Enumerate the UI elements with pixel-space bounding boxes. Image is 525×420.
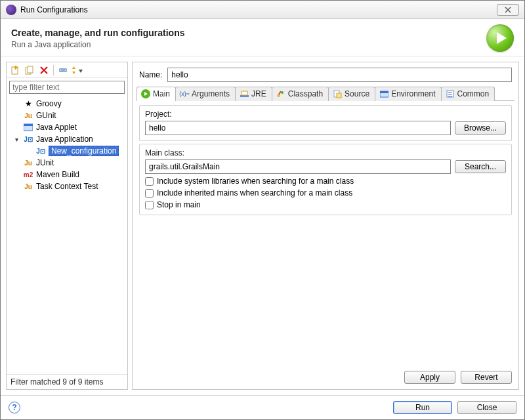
duplicate-config-button[interactable] [24,64,35,76]
eclipse-icon [6,5,16,15]
tab-main-body: Project: Browse... Main class: Search...… [133,101,518,366]
svg-rect-2 [14,67,18,68]
stop-in-main-check[interactable]: Stop in main [145,200,506,209]
config-tabs: Main (x)=Arguments JRE Classpath Source … [136,86,514,101]
tree-item-maven-build[interactable]: m2Maven Build [7,169,127,180]
tree-item-gunit[interactable]: JuGUnit [7,110,127,121]
include-inherited-mains-check[interactable]: Include inherited mains when searching f… [145,188,506,198]
svg-rect-18 [448,92,452,93]
filter-input[interactable] [9,81,125,94]
apply-revert-row: Apply Revert [133,366,518,389]
jre-icon [240,89,249,98]
tree-item-new-configuration[interactable]: J⊡New_configuration [7,145,127,157]
svg-rect-20 [448,96,452,96]
tab-source[interactable]: Source [328,87,375,101]
svg-rect-8 [24,124,33,126]
tab-environment[interactable]: Environment [375,87,441,101]
svg-point-12 [278,94,280,97]
arguments-icon: (x)= [180,89,189,98]
groovy-icon: ★ [23,99,33,108]
main-tab-icon [141,89,150,98]
tree-item-junit[interactable]: JuJUnit [7,157,127,169]
svg-rect-6 [61,70,65,70]
java-app-icon: J⊡ [23,135,33,144]
delete-icon [40,66,48,74]
environment-icon [379,89,388,98]
config-tree-panel: ★Groovy JuGUnit Java Applet ▾J⊡Java Appl… [6,62,128,390]
browse-button[interactable]: Browse... [455,121,506,135]
collapse-all-button[interactable] [57,64,69,76]
close-icon [505,7,511,13]
tree-item-java-application[interactable]: ▾J⊡Java Application [7,133,127,145]
dialog-footer: ? Run Close [1,395,524,419]
tree-item-task-context-test[interactable]: JuTask Context Test [7,180,127,192]
expand-toggle[interactable]: ▾ [13,136,20,143]
filter-dropdown-button[interactable] [72,64,83,76]
help-icon: ? [12,403,16,412]
project-group: Project: Browse... [139,105,512,141]
main-class-input[interactable] [145,159,451,174]
run-button[interactable]: Run [393,401,452,414]
apply-button[interactable]: Apply [404,371,455,384]
project-label: Project: [145,110,506,119]
maven-icon: m2 [23,170,33,179]
common-icon [446,89,455,98]
gunit-icon: Ju [23,111,33,120]
config-tree[interactable]: ★Groovy JuGUnit Java Applet ▾J⊡Java Appl… [7,96,127,374]
new-config-button[interactable] [9,64,21,76]
tree-item-java-applet[interactable]: Java Applet [7,121,127,133]
main-class-label: Main class: [145,148,506,158]
svg-rect-10 [242,91,247,95]
window-title: Run Configurations [20,5,88,14]
name-input[interactable] [167,68,512,82]
junit-icon: Ju [23,158,33,167]
tab-classpath[interactable]: Classpath [272,87,329,101]
source-icon [333,89,342,98]
applet-icon [23,123,33,132]
filter-status: Filter matched 9 of 9 items [7,374,127,389]
dialog-window: Run Configurations Create, manage, and r… [0,0,525,420]
search-button[interactable]: Search... [455,160,506,173]
svg-rect-19 [448,94,452,94]
header-title: Create, manage, and run configurations [11,28,486,38]
tree-toolbar [7,62,127,78]
tab-arguments[interactable]: (x)=Arguments [175,87,236,101]
help-button[interactable]: ? [9,402,20,413]
project-input[interactable] [145,121,451,135]
main-class-group: Main class: Search... Include system lib… [139,144,512,215]
titlebar[interactable]: Run Configurations [1,1,524,19]
svg-point-11 [281,91,284,94]
svg-rect-16 [380,91,388,93]
header-subtitle: Run a Java application [11,40,486,49]
run-icon [486,24,514,52]
svg-rect-14 [337,93,341,98]
close-button[interactable]: Close [457,401,516,414]
java-app-icon: J⊡ [35,146,46,156]
tab-main[interactable]: Main [136,87,176,101]
tab-jre[interactable]: JRE [235,87,272,101]
tree-item-groovy[interactable]: ★Groovy [7,98,127,110]
config-editor-panel: Name: Main (x)=Arguments JRE Classpath S… [132,62,519,390]
delete-config-button[interactable] [38,64,50,76]
filter-box [9,81,125,94]
tab-common[interactable]: Common [441,87,495,101]
window-close-button[interactable] [497,4,519,16]
svg-rect-4 [28,66,33,73]
name-label: Name: [139,70,162,79]
include-system-libs-check[interactable]: Include system libraries when searching … [145,177,506,186]
classpath-icon [276,89,285,98]
dialog-header: Create, manage, and run configurations R… [1,19,524,56]
revert-button[interactable]: Revert [461,371,512,384]
task-icon: Ju [23,182,33,191]
